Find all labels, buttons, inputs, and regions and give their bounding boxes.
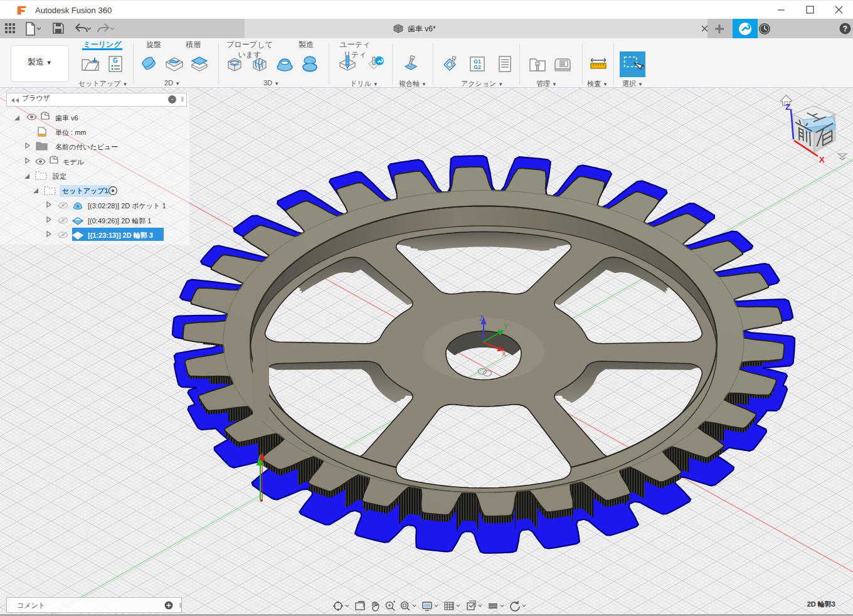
svg-text:X: X <box>502 350 507 358</box>
svg-text:Z: Z <box>785 102 790 112</box>
svg-text:G1: G1 <box>474 58 481 65</box>
svg-text:G2: G2 <box>474 64 481 70</box>
svg-text:Z: Z <box>479 314 484 322</box>
svg-text:?: ? <box>843 24 847 33</box>
svg-text:Y: Y <box>504 322 509 330</box>
svg-text:X: X <box>819 155 825 164</box>
svg-text:G: G <box>113 57 118 64</box>
